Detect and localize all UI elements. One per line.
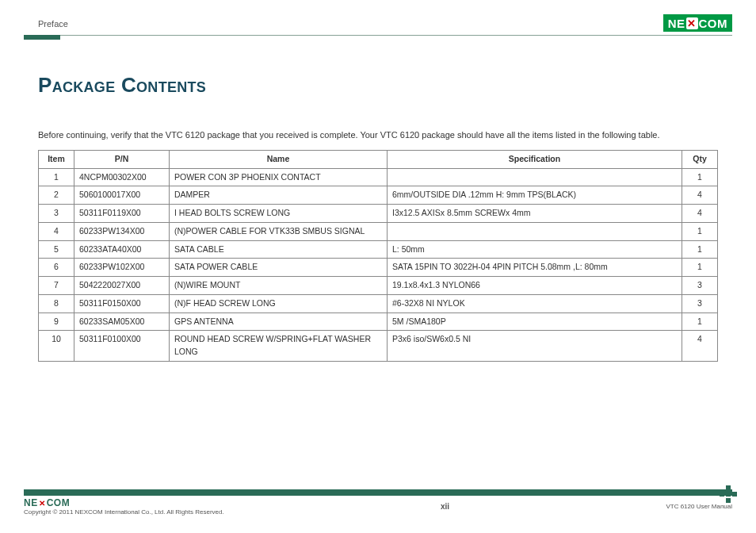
cell-qty: 1	[682, 259, 718, 277]
intro-paragraph: Before continuing, verify that the VTC 6…	[38, 129, 718, 142]
cell-name: GPS ANTENNA	[170, 313, 388, 331]
footer-brand-right: COM	[47, 497, 71, 508]
table-row: 25060100017X00DAMPER6mm/OUTSIDE DIA .12m…	[39, 186, 718, 205]
table-row: 960233SAM05X00GPS ANTENNA5M /SMA180P1	[39, 313, 718, 331]
cell-pn: 5042220027X00	[74, 277, 170, 295]
th-spec: Specification	[388, 150, 682, 168]
brand-left: NE	[668, 17, 685, 30]
cell-pn: 5060100017X00	[74, 186, 170, 205]
cell-qty: 1	[682, 222, 718, 240]
cell-spec: #6-32X8 NI NYLOK	[388, 294, 682, 313]
th-pn: P/N	[74, 150, 170, 168]
cell-pn: 50311F0150X00	[74, 294, 170, 313]
section-label: Preface	[24, 19, 68, 32]
cell-spec: SATA 15PIN TO 3022H-04 4PIN PITCH 5.08mm…	[388, 259, 682, 277]
table-row: 460233PW134X00(N)POWER CABLE FOR VTK33B …	[39, 222, 718, 240]
footer-row: NE✕COM Copyright © 2011 NEXCOM Internati…	[24, 497, 732, 516]
cell-spec: 5M /SMA180P	[388, 313, 682, 331]
cell-qty: 3	[682, 277, 718, 295]
cell-item: 10	[39, 331, 74, 362]
cell-spec	[388, 168, 682, 186]
header-accent-tab	[24, 35, 60, 40]
cell-pn: 60233ATA40X00	[74, 240, 170, 259]
cell-spec: 6mm/OUTSIDE DIA .12mm H: 9mm TPS(BLACK)	[388, 186, 682, 205]
brand-logo-text: NE✕COM	[668, 17, 727, 30]
table-row: 1050311F0100X00ROUND HEAD SCREW W/SPRING…	[39, 331, 718, 362]
footer-ornament-icon	[720, 485, 737, 503]
cell-pn: 60233SAM05X00	[74, 313, 170, 331]
cell-qty: 1	[682, 313, 718, 331]
cell-pn: 50311F0100X00	[74, 331, 170, 362]
cell-spec: 19.1x8.4x1.3 NYLON66	[388, 277, 682, 295]
table-row: 14NCPM00302X00POWER CON 3P PHOENIX CONTA…	[39, 168, 718, 186]
footer-brand-left: NE	[24, 497, 38, 508]
th-qty: Qty	[682, 150, 718, 168]
cell-qty: 1	[682, 168, 718, 186]
table-row: 350311F0119X00I HEAD BOLTS SCREW LONGI3x…	[39, 205, 718, 223]
cell-name: (N)POWER CABLE FOR VTK33B SMBUS SIGNAL	[170, 222, 388, 240]
cell-spec: I3x12.5 AXISx 8.5mm SCREWx 4mm	[388, 205, 682, 223]
cell-qty: 3	[682, 294, 718, 313]
cell-qty: 4	[682, 331, 718, 362]
brand-x-icon: ✕	[686, 17, 698, 29]
footer-brand-x-icon: ✕	[38, 499, 47, 508]
cell-item: 8	[39, 294, 74, 313]
cell-spec: L: 50mm	[388, 240, 682, 259]
footer-bar	[24, 489, 732, 496]
cell-name: (N)F HEAD SCREW LONG	[170, 294, 388, 313]
cell-item: 2	[39, 186, 74, 205]
cell-name: ROUND HEAD SCREW W/SPRING+FLAT WASHER LO…	[170, 331, 388, 362]
footer-left: NE✕COM Copyright © 2011 NEXCOM Internati…	[24, 497, 224, 516]
cell-pn: 4NCPM00302X00	[74, 168, 170, 186]
table-row: 660233PW102X00SATA POWER CABLESATA 15PIN…	[39, 259, 718, 277]
page-number: xii	[441, 502, 449, 511]
cell-item: 6	[39, 259, 74, 277]
brand-logo: NE✕COM	[663, 14, 732, 32]
brand-right: COM	[699, 17, 728, 30]
cell-item: 5	[39, 240, 74, 259]
table-row: 75042220027X00(N)WIRE MOUNT19.1x8.4x1.3 …	[39, 277, 718, 295]
cell-item: 1	[39, 168, 74, 186]
cell-pn: 60233PW102X00	[74, 259, 170, 277]
doc-name: VTC 6120 User Manual	[666, 503, 732, 510]
cell-spec	[388, 222, 682, 240]
cell-pn: 50311F0119X00	[74, 205, 170, 223]
cell-item: 3	[39, 205, 74, 223]
cell-name: POWER CON 3P PHOENIX CONTACT	[170, 168, 388, 186]
cell-name: DAMPER	[170, 186, 388, 205]
cell-name: I HEAD BOLTS SCREW LONG	[170, 205, 388, 223]
cell-name: SATA CABLE	[170, 240, 388, 259]
table-header-row: Item P/N Name Specification Qty	[39, 150, 718, 168]
page-title: Package Contents	[38, 73, 732, 98]
copyright-text: Copyright © 2011 NEXCOM International Co…	[24, 508, 224, 516]
table-row: 850311F0150X00(N)F HEAD SCREW LONG#6-32X…	[39, 294, 718, 313]
cell-spec: P3x6 iso/SW6x0.5 NI	[388, 331, 682, 362]
document-page: Preface NE✕COM Package Contents Before c…	[0, 0, 756, 533]
th-name: Name	[170, 150, 388, 168]
cell-item: 9	[39, 313, 74, 331]
footer-brand-logo: NE✕COM	[24, 497, 224, 508]
th-item: Item	[39, 150, 74, 168]
cell-pn: 60233PW134X00	[74, 222, 170, 240]
page-header: Preface NE✕COM	[24, 0, 732, 32]
table-row: 560233ATA40X00SATA CABLEL: 50mm1	[39, 240, 718, 259]
cell-item: 7	[39, 277, 74, 295]
cell-name: SATA POWER CABLE	[170, 259, 388, 277]
cell-qty: 4	[682, 186, 718, 205]
cell-qty: 1	[682, 240, 718, 259]
header-rule	[24, 35, 732, 36]
page-footer: NE✕COM Copyright © 2011 NEXCOM Internati…	[24, 489, 732, 516]
cell-item: 4	[39, 222, 74, 240]
cell-qty: 4	[682, 205, 718, 223]
cell-name: (N)WIRE MOUNT	[170, 277, 388, 295]
package-contents-table: Item P/N Name Specification Qty 14NCPM00…	[38, 150, 718, 362]
